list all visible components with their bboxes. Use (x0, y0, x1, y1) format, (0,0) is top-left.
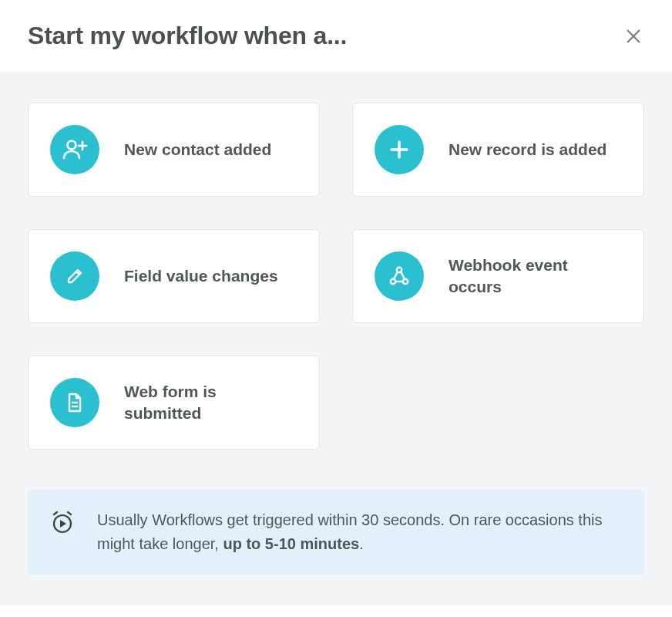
form-icon (50, 378, 99, 427)
modal-header: Start my workflow when a... (0, 0, 672, 72)
pencil-icon (50, 251, 99, 301)
svg-point-2 (68, 141, 76, 150)
svg-point-10 (403, 279, 408, 284)
trigger-webhook[interactable]: Webhook event occurs (352, 229, 644, 323)
svg-line-15 (54, 512, 57, 514)
notice-suffix: . (359, 535, 364, 552)
trigger-label: Field value changes (124, 265, 278, 287)
clock-alert-icon (49, 510, 76, 536)
webhook-icon (375, 251, 424, 301)
trigger-label: New record is added (449, 139, 606, 160)
modal-title: Start my workflow when a... (28, 22, 347, 50)
modal-body: New contact added New record is added Fi… (0, 72, 672, 605)
close-icon (624, 27, 643, 46)
trigger-new-contact[interactable]: New contact added (28, 103, 320, 197)
trigger-new-record[interactable]: New record is added (352, 103, 644, 197)
svg-point-9 (391, 279, 395, 284)
svg-marker-14 (60, 520, 66, 528)
trigger-field-change[interactable]: Field value changes (28, 229, 320, 323)
timing-notice: Usually Workflows get triggered within 3… (28, 490, 644, 575)
notice-text: Usually Workflows get triggered within 3… (97, 508, 623, 556)
close-button[interactable] (623, 25, 644, 47)
trigger-label: New contact added (124, 139, 271, 160)
trigger-web-form[interactable]: Web form is submitted (28, 356, 320, 450)
svg-line-16 (68, 512, 71, 514)
person-plus-icon (50, 125, 99, 174)
notice-bold: up to 5-10 minutes (223, 535, 359, 552)
trigger-label: Web form is submitted (124, 381, 297, 425)
trigger-grid: New contact added New record is added Fi… (28, 103, 644, 450)
trigger-label: Webhook event occurs (449, 255, 622, 298)
plus-icon (375, 125, 424, 174)
